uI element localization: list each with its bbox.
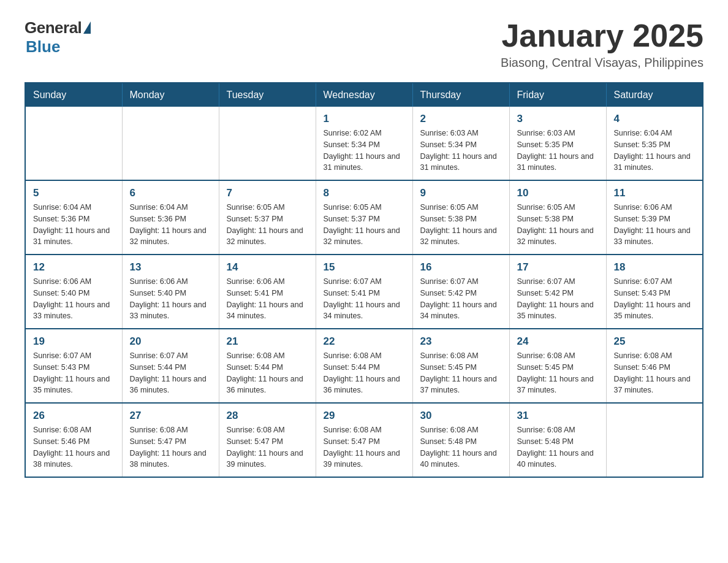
calendar-cell: 2Sunrise: 6:03 AMSunset: 5:34 PMDaylight… [412,107,509,180]
calendar-cell: 24Sunrise: 6:08 AMSunset: 5:45 PMDayligh… [509,329,606,403]
day-number: 4 [614,113,696,125]
day-info: Sunrise: 6:07 AMSunset: 5:42 PMDaylight:… [420,276,502,322]
calendar-header-saturday: Saturday [606,83,703,107]
day-info: Sunrise: 6:07 AMSunset: 5:43 PMDaylight:… [614,276,696,322]
calendar-cell: 26Sunrise: 6:08 AMSunset: 5:46 PMDayligh… [25,403,122,477]
calendar-cell: 6Sunrise: 6:04 AMSunset: 5:36 PMDaylight… [122,180,219,255]
calendar-cell: 4Sunrise: 6:04 AMSunset: 5:35 PMDaylight… [606,107,703,180]
day-number: 12 [33,261,115,274]
logo-triangle-icon [83,21,91,34]
calendar-week-3: 12Sunrise: 6:06 AMSunset: 5:40 PMDayligh… [25,255,703,329]
day-number: 8 [324,187,405,199]
calendar-week-2: 5Sunrise: 6:04 AMSunset: 5:36 PMDaylight… [25,180,703,255]
day-info: Sunrise: 6:07 AMSunset: 5:42 PMDaylight:… [517,276,599,322]
day-number: 9 [420,187,502,199]
day-number: 15 [324,261,405,274]
day-number: 28 [227,410,308,422]
calendar-header-row: SundayMondayTuesdayWednesdayThursdayFrid… [25,83,703,107]
day-info: Sunrise: 6:05 AMSunset: 5:38 PMDaylight:… [420,202,502,248]
day-number: 25 [614,335,696,348]
day-number: 21 [227,335,308,348]
day-number: 24 [517,335,599,348]
calendar-header-friday: Friday [509,83,606,107]
day-info: Sunrise: 6:08 AMSunset: 5:48 PMDaylight:… [517,424,599,470]
day-number: 10 [517,187,599,199]
day-number: 19 [33,335,115,348]
calendar-cell: 16Sunrise: 6:07 AMSunset: 5:42 PMDayligh… [412,255,509,329]
day-info: Sunrise: 6:08 AMSunset: 5:44 PMDaylight:… [324,350,405,396]
calendar-cell: 27Sunrise: 6:08 AMSunset: 5:47 PMDayligh… [122,403,219,477]
day-info: Sunrise: 6:04 AMSunset: 5:36 PMDaylight:… [130,202,211,248]
calendar-cell: 11Sunrise: 6:06 AMSunset: 5:39 PMDayligh… [606,180,703,255]
calendar-header-thursday: Thursday [412,83,509,107]
calendar-cell: 29Sunrise: 6:08 AMSunset: 5:47 PMDayligh… [316,403,412,477]
day-info: Sunrise: 6:08 AMSunset: 5:44 PMDaylight:… [227,350,308,396]
title-section: January 2025 Biasong, Central Visayas, P… [501,18,703,70]
calendar-header-tuesday: Tuesday [219,83,316,107]
day-info: Sunrise: 6:08 AMSunset: 5:46 PMDaylight:… [614,350,696,396]
calendar-cell [25,107,122,180]
day-number: 16 [420,261,502,274]
calendar-cell: 13Sunrise: 6:06 AMSunset: 5:40 PMDayligh… [122,255,219,329]
day-info: Sunrise: 6:06 AMSunset: 5:40 PMDaylight:… [33,276,115,322]
calendar-cell: 30Sunrise: 6:08 AMSunset: 5:48 PMDayligh… [412,403,509,477]
calendar-cell: 15Sunrise: 6:07 AMSunset: 5:41 PMDayligh… [316,255,412,329]
day-info: Sunrise: 6:05 AMSunset: 5:38 PMDaylight:… [517,202,599,248]
calendar-cell: 7Sunrise: 6:05 AMSunset: 5:37 PMDaylight… [219,180,316,255]
day-number: 3 [517,113,599,125]
calendar-cell: 12Sunrise: 6:06 AMSunset: 5:40 PMDayligh… [25,255,122,329]
calendar-cell: 28Sunrise: 6:08 AMSunset: 5:47 PMDayligh… [219,403,316,477]
calendar-week-4: 19Sunrise: 6:07 AMSunset: 5:43 PMDayligh… [25,329,703,403]
day-number: 31 [517,410,599,422]
day-info: Sunrise: 6:07 AMSunset: 5:43 PMDaylight:… [33,350,115,396]
day-number: 17 [517,261,599,274]
day-number: 23 [420,335,502,348]
day-number: 30 [420,410,502,422]
day-info: Sunrise: 6:07 AMSunset: 5:44 PMDaylight:… [130,350,211,396]
day-info: Sunrise: 6:08 AMSunset: 5:47 PMDaylight:… [324,424,405,470]
calendar-cell: 20Sunrise: 6:07 AMSunset: 5:44 PMDayligh… [122,329,219,403]
calendar-cell: 8Sunrise: 6:05 AMSunset: 5:37 PMDaylight… [316,180,412,255]
day-info: Sunrise: 6:06 AMSunset: 5:41 PMDaylight:… [227,276,308,322]
calendar-cell: 19Sunrise: 6:07 AMSunset: 5:43 PMDayligh… [25,329,122,403]
day-info: Sunrise: 6:07 AMSunset: 5:41 PMDaylight:… [324,276,405,322]
day-info: Sunrise: 6:04 AMSunset: 5:35 PMDaylight:… [614,128,696,174]
day-info: Sunrise: 6:06 AMSunset: 5:40 PMDaylight:… [130,276,211,322]
day-info: Sunrise: 6:04 AMSunset: 5:36 PMDaylight:… [33,202,115,248]
month-title: January 2025 [501,18,703,53]
day-info: Sunrise: 6:08 AMSunset: 5:48 PMDaylight:… [420,424,502,470]
calendar-header-sunday: Sunday [25,83,122,107]
page-header: General Blue January 2025 Biasong, Centr… [25,18,703,70]
day-info: Sunrise: 6:08 AMSunset: 5:47 PMDaylight:… [130,424,211,470]
day-number: 5 [33,187,115,199]
day-number: 20 [130,335,211,348]
calendar-cell: 22Sunrise: 6:08 AMSunset: 5:44 PMDayligh… [316,329,412,403]
day-number: 14 [227,261,308,274]
calendar-cell [219,107,316,180]
location: Biasong, Central Visayas, Philippines [501,56,703,70]
calendar-cell: 10Sunrise: 6:05 AMSunset: 5:38 PMDayligh… [509,180,606,255]
day-number: 7 [227,187,308,199]
day-number: 26 [33,410,115,422]
calendar-cell: 17Sunrise: 6:07 AMSunset: 5:42 PMDayligh… [509,255,606,329]
calendar-header-monday: Monday [122,83,219,107]
logo: General Blue [25,18,91,56]
calendar-cell: 18Sunrise: 6:07 AMSunset: 5:43 PMDayligh… [606,255,703,329]
calendar-cell: 14Sunrise: 6:06 AMSunset: 5:41 PMDayligh… [219,255,316,329]
calendar-cell: 9Sunrise: 6:05 AMSunset: 5:38 PMDaylight… [412,180,509,255]
day-info: Sunrise: 6:05 AMSunset: 5:37 PMDaylight:… [324,202,405,248]
day-info: Sunrise: 6:08 AMSunset: 5:45 PMDaylight:… [517,350,599,396]
calendar-cell: 23Sunrise: 6:08 AMSunset: 5:45 PMDayligh… [412,329,509,403]
calendar-week-1: 1Sunrise: 6:02 AMSunset: 5:34 PMDaylight… [25,107,703,180]
day-number: 29 [324,410,405,422]
day-info: Sunrise: 6:06 AMSunset: 5:39 PMDaylight:… [614,202,696,248]
calendar-cell: 1Sunrise: 6:02 AMSunset: 5:34 PMDaylight… [316,107,412,180]
day-info: Sunrise: 6:08 AMSunset: 5:45 PMDaylight:… [420,350,502,396]
day-number: 22 [324,335,405,348]
calendar-cell: 3Sunrise: 6:03 AMSunset: 5:35 PMDaylight… [509,107,606,180]
calendar-cell: 5Sunrise: 6:04 AMSunset: 5:36 PMDaylight… [25,180,122,255]
calendar-week-5: 26Sunrise: 6:08 AMSunset: 5:46 PMDayligh… [25,403,703,477]
day-info: Sunrise: 6:05 AMSunset: 5:37 PMDaylight:… [227,202,308,248]
day-info: Sunrise: 6:03 AMSunset: 5:35 PMDaylight:… [517,128,599,174]
day-info: Sunrise: 6:08 AMSunset: 5:46 PMDaylight:… [33,424,115,470]
